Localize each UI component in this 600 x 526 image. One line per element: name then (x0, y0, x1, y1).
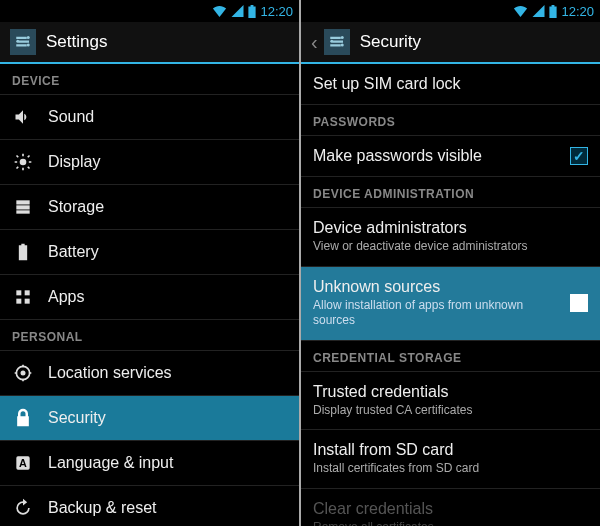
item-subtitle: Install certificates from SD card (313, 461, 588, 477)
item-label: Trusted credentials (313, 383, 588, 401)
settings-list[interactable]: DEVICE Sound Display Storage Battery App… (0, 64, 299, 526)
item-label: Backup & reset (48, 499, 287, 517)
section-header-device-admin: DEVICE ADMINISTRATION (301, 177, 600, 208)
item-password-visible[interactable]: Make passwords visible (301, 136, 600, 177)
item-trusted-credentials[interactable]: Trusted credentials Display trusted CA c… (301, 372, 600, 431)
back-icon[interactable]: ‹ (311, 31, 318, 54)
location-icon (12, 362, 34, 384)
item-label: Apps (48, 288, 287, 306)
item-subtitle: Display trusted CA certificates (313, 403, 588, 419)
battery-icon (248, 5, 256, 18)
svg-point-22 (330, 40, 333, 43)
item-label: Make passwords visible (313, 147, 556, 165)
display-icon (12, 151, 34, 173)
item-label: Unknown sources (313, 278, 556, 296)
item-label: Location services (48, 364, 287, 382)
item-label: Device administrators (313, 219, 588, 237)
svg-rect-20 (330, 44, 341, 46)
svg-point-4 (16, 40, 19, 43)
security-list[interactable]: Set up SIM card lock PASSWORDS Make pass… (301, 64, 600, 526)
apps-icon (12, 286, 34, 308)
sidebar-item-location[interactable]: Location services (0, 351, 299, 396)
svg-rect-13 (25, 299, 30, 304)
svg-rect-12 (16, 299, 21, 304)
item-label: Storage (48, 198, 287, 216)
backup-icon (12, 497, 34, 519)
section-header-cred-storage: CREDENTIAL STORAGE (301, 341, 600, 372)
svg-rect-11 (25, 290, 30, 295)
battery-icon (549, 5, 557, 18)
svg-rect-8 (16, 205, 29, 209)
item-unknown-sources[interactable]: Unknown sources Allow installation of ap… (301, 267, 600, 341)
svg-rect-10 (16, 290, 21, 295)
sound-icon (12, 106, 34, 128)
item-label: Set up SIM card lock (313, 75, 588, 93)
item-label: Install from SD card (313, 441, 588, 459)
svg-point-6 (20, 159, 27, 166)
settings-app-icon (10, 29, 36, 55)
item-label: Clear credentials (313, 500, 588, 518)
item-label: Sound (48, 108, 287, 126)
svg-rect-1 (19, 41, 30, 43)
section-header-personal: PERSONAL (0, 320, 299, 351)
item-device-admins[interactable]: Device administrators View or deactivate… (301, 208, 600, 267)
item-subtitle: Allow installation of apps from unknown … (313, 298, 556, 329)
item-label: Battery (48, 243, 287, 261)
app-header[interactable]: ‹ Security (301, 22, 600, 64)
sidebar-item-security[interactable]: Security (0, 396, 299, 441)
settings-screen: 12:20 Settings DEVICE Sound Display Stor… (0, 0, 299, 526)
svg-point-3 (27, 36, 30, 39)
status-bar: 12:20 (0, 0, 299, 22)
item-label: Security (48, 409, 287, 427)
item-sim-lock[interactable]: Set up SIM card lock (301, 64, 600, 105)
page-title: Security (360, 32, 421, 52)
svg-point-23 (340, 44, 343, 47)
checkbox-password-visible[interactable] (570, 147, 588, 165)
item-install-sd[interactable]: Install from SD card Install certificate… (301, 430, 600, 489)
settings-app-icon (324, 29, 350, 55)
svg-rect-18 (330, 37, 341, 39)
section-header-device: DEVICE (0, 64, 299, 95)
sidebar-item-apps[interactable]: Apps (0, 275, 299, 320)
item-clear-credentials: Clear credentials Remove all certificate… (301, 489, 600, 526)
storage-icon (12, 196, 34, 218)
svg-text:A: A (19, 457, 27, 469)
sidebar-item-backup[interactable]: Backup & reset (0, 486, 299, 526)
svg-rect-9 (16, 210, 29, 213)
item-subtitle: View or deactivate device administrators (313, 239, 588, 255)
status-bar: 12:20 (301, 0, 600, 22)
item-label: Language & input (48, 454, 287, 472)
wifi-icon (513, 5, 528, 17)
svg-point-21 (340, 36, 343, 39)
app-header: Settings (0, 22, 299, 64)
item-label: Display (48, 153, 287, 171)
checkbox-unknown-sources[interactable] (570, 294, 588, 312)
signal-icon (532, 5, 545, 17)
battery-icon (12, 241, 34, 263)
security-screen: 12:20 ‹ Security Set up SIM card lock PA… (301, 0, 600, 526)
svg-rect-19 (332, 41, 343, 43)
sidebar-item-sound[interactable]: Sound (0, 95, 299, 140)
clock-text: 12:20 (260, 4, 293, 19)
svg-rect-0 (16, 37, 27, 39)
lock-icon (12, 407, 34, 429)
svg-rect-7 (16, 200, 29, 204)
svg-point-14 (21, 371, 26, 376)
svg-rect-2 (16, 44, 27, 46)
svg-point-5 (27, 44, 30, 47)
signal-icon (231, 5, 244, 17)
section-header-passwords: PASSWORDS (301, 105, 600, 136)
item-subtitle: Remove all certificates (313, 520, 588, 526)
sidebar-item-battery[interactable]: Battery (0, 230, 299, 275)
language-icon: A (12, 452, 34, 474)
page-title: Settings (46, 32, 107, 52)
wifi-icon (212, 5, 227, 17)
sidebar-item-display[interactable]: Display (0, 140, 299, 185)
sidebar-item-language[interactable]: A Language & input (0, 441, 299, 486)
clock-text: 12:20 (561, 4, 594, 19)
sidebar-item-storage[interactable]: Storage (0, 185, 299, 230)
